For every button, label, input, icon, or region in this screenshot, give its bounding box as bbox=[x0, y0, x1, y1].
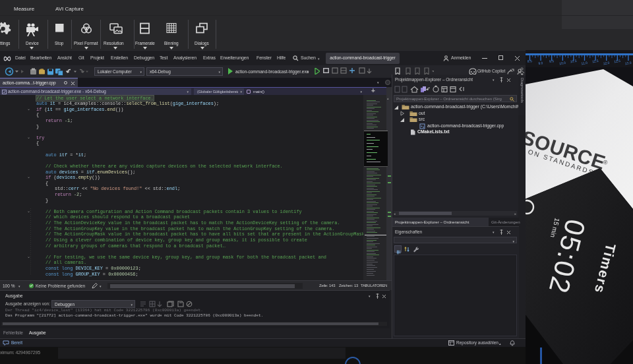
svg-text:8.5: 8.5 bbox=[527, 59, 532, 63]
svg-text:9.5: 9.5 bbox=[549, 59, 555, 63]
svg-text:9.0: 9.0 bbox=[538, 61, 543, 65]
